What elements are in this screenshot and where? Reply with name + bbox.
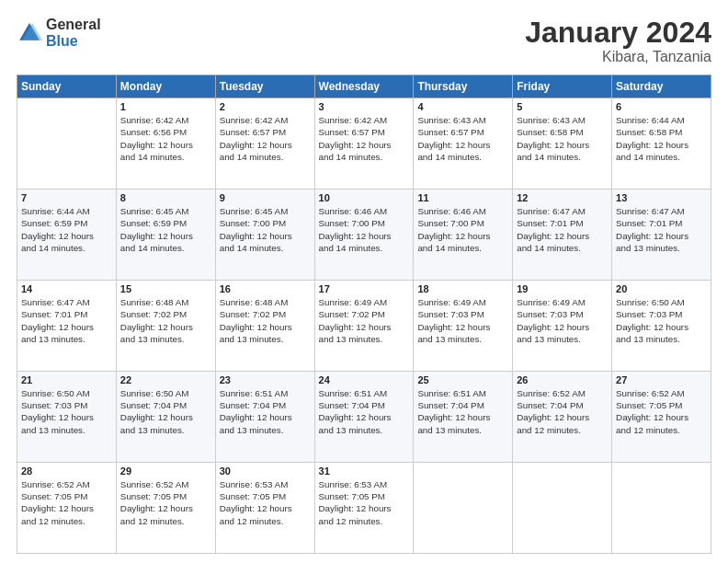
calendar-cell: 29Sunrise: 6:52 AM Sunset: 7:05 PM Dayli… — [116, 463, 215, 554]
calendar-cell: 30Sunrise: 6:53 AM Sunset: 7:05 PM Dayli… — [215, 463, 314, 554]
day-number: 23 — [220, 374, 311, 385]
calendar-cell: 11Sunrise: 6:46 AM Sunset: 7:00 PM Dayli… — [414, 190, 513, 281]
day-info: Sunrise: 6:52 AM Sunset: 7:05 PM Dayligh… — [616, 387, 707, 436]
day-number: 9 — [220, 192, 311, 203]
day-number: 13 — [616, 192, 707, 203]
header: General Blue January 2024 Kibara, Tanzan… — [17, 17, 711, 65]
day-number: 19 — [517, 283, 608, 294]
day-number: 11 — [417, 192, 508, 203]
day-number: 3 — [319, 101, 410, 112]
calendar-cell — [17, 98, 117, 190]
calendar-cell: 22Sunrise: 6:50 AM Sunset: 7:04 PM Dayli… — [116, 372, 215, 463]
calendar-cell: 14Sunrise: 6:47 AM Sunset: 7:01 PM Dayli… — [17, 281, 117, 372]
calendar-cell: 7Sunrise: 6:44 AM Sunset: 6:59 PM Daylig… — [17, 190, 117, 281]
calendar-header-sunday: Sunday — [17, 75, 117, 98]
calendar-cell: 27Sunrise: 6:52 AM Sunset: 7:05 PM Dayli… — [612, 372, 711, 463]
day-info: Sunrise: 6:44 AM Sunset: 6:59 PM Dayligh… — [21, 205, 112, 254]
day-number: 25 — [417, 374, 508, 385]
day-number: 21 — [21, 374, 112, 385]
day-info: Sunrise: 6:49 AM Sunset: 7:02 PM Dayligh… — [319, 296, 410, 345]
day-number: 22 — [120, 374, 211, 385]
day-info: Sunrise: 6:45 AM Sunset: 7:00 PM Dayligh… — [220, 205, 311, 254]
calendar-table: SundayMondayTuesdayWednesdayThursdayFrid… — [17, 75, 711, 554]
day-info: Sunrise: 6:42 AM Sunset: 6:57 PM Dayligh… — [319, 114, 410, 163]
calendar-cell: 5Sunrise: 6:43 AM Sunset: 6:58 PM Daylig… — [513, 98, 612, 190]
day-info: Sunrise: 6:46 AM Sunset: 7:00 PM Dayligh… — [417, 205, 508, 254]
day-number: 8 — [120, 192, 211, 203]
title-block: January 2024 Kibara, Tanzania — [525, 17, 711, 65]
logo-blue-text: Blue — [46, 33, 101, 50]
calendar-week-row: 1Sunrise: 6:42 AM Sunset: 6:56 PM Daylig… — [17, 98, 711, 190]
calendar-cell: 2Sunrise: 6:42 AM Sunset: 6:57 PM Daylig… — [215, 98, 314, 190]
calendar-cell — [414, 463, 513, 554]
calendar-header-saturday: Saturday — [612, 75, 711, 98]
day-number: 15 — [120, 283, 211, 294]
page: General Blue January 2024 Kibara, Tanzan… — [0, 0, 728, 563]
calendar-cell: 19Sunrise: 6:49 AM Sunset: 7:03 PM Dayli… — [513, 281, 612, 372]
day-number: 18 — [417, 283, 508, 294]
calendar-header-row: SundayMondayTuesdayWednesdayThursdayFrid… — [17, 75, 711, 98]
calendar-cell: 24Sunrise: 6:51 AM Sunset: 7:04 PM Dayli… — [314, 372, 414, 463]
day-number: 12 — [517, 192, 608, 203]
day-number: 20 — [616, 283, 707, 294]
day-number: 24 — [319, 374, 410, 385]
calendar-cell: 26Sunrise: 6:52 AM Sunset: 7:04 PM Dayli… — [513, 372, 612, 463]
calendar-cell: 16Sunrise: 6:48 AM Sunset: 7:02 PM Dayli… — [215, 281, 314, 372]
day-info: Sunrise: 6:43 AM Sunset: 6:57 PM Dayligh… — [417, 114, 508, 163]
day-info: Sunrise: 6:51 AM Sunset: 7:04 PM Dayligh… — [220, 387, 311, 436]
day-info: Sunrise: 6:50 AM Sunset: 7:04 PM Dayligh… — [120, 387, 211, 436]
calendar-cell: 1Sunrise: 6:42 AM Sunset: 6:56 PM Daylig… — [116, 98, 215, 190]
title-location: Kibara, Tanzania — [525, 49, 711, 65]
calendar-cell: 3Sunrise: 6:42 AM Sunset: 6:57 PM Daylig… — [314, 98, 414, 190]
calendar-cell: 10Sunrise: 6:46 AM Sunset: 7:00 PM Dayli… — [314, 190, 414, 281]
logo-text: General Blue — [46, 17, 101, 49]
calendar-cell: 8Sunrise: 6:45 AM Sunset: 6:59 PM Daylig… — [116, 190, 215, 281]
day-number: 29 — [120, 465, 211, 477]
logo: General Blue — [17, 17, 101, 49]
day-number: 4 — [417, 101, 508, 112]
day-info: Sunrise: 6:52 AM Sunset: 7:05 PM Dayligh… — [21, 478, 112, 527]
day-number: 2 — [220, 101, 311, 112]
calendar-cell: 21Sunrise: 6:50 AM Sunset: 7:03 PM Dayli… — [17, 372, 117, 463]
title-month: January 2024 — [525, 17, 711, 49]
calendar-cell: 15Sunrise: 6:48 AM Sunset: 7:02 PM Dayli… — [116, 281, 215, 372]
day-info: Sunrise: 6:53 AM Sunset: 7:05 PM Dayligh… — [220, 478, 311, 527]
day-info: Sunrise: 6:46 AM Sunset: 7:00 PM Dayligh… — [319, 205, 410, 254]
calendar-cell: 13Sunrise: 6:47 AM Sunset: 7:01 PM Dayli… — [612, 190, 711, 281]
day-info: Sunrise: 6:51 AM Sunset: 7:04 PM Dayligh… — [319, 387, 410, 436]
day-number: 16 — [220, 283, 311, 294]
day-number: 31 — [319, 465, 410, 477]
calendar-cell — [513, 463, 612, 554]
day-number: 7 — [21, 192, 112, 203]
day-number: 26 — [517, 374, 608, 385]
calendar-cell: 23Sunrise: 6:51 AM Sunset: 7:04 PM Dayli… — [215, 372, 314, 463]
day-info: Sunrise: 6:45 AM Sunset: 6:59 PM Dayligh… — [120, 205, 211, 254]
day-info: Sunrise: 6:53 AM Sunset: 7:05 PM Dayligh… — [319, 478, 410, 527]
day-info: Sunrise: 6:42 AM Sunset: 6:57 PM Dayligh… — [220, 114, 311, 163]
day-number: 30 — [220, 465, 311, 477]
calendar-header-thursday: Thursday — [414, 75, 513, 98]
day-number: 10 — [319, 192, 410, 203]
day-info: Sunrise: 6:50 AM Sunset: 7:03 PM Dayligh… — [616, 296, 707, 345]
day-info: Sunrise: 6:47 AM Sunset: 7:01 PM Dayligh… — [616, 205, 707, 254]
calendar-cell — [612, 463, 711, 554]
logo-icon — [17, 20, 42, 46]
calendar-cell: 18Sunrise: 6:49 AM Sunset: 7:03 PM Dayli… — [414, 281, 513, 372]
day-info: Sunrise: 6:50 AM Sunset: 7:03 PM Dayligh… — [21, 387, 112, 436]
day-info: Sunrise: 6:49 AM Sunset: 7:03 PM Dayligh… — [417, 296, 508, 345]
calendar-header-tuesday: Tuesday — [215, 75, 314, 98]
calendar-cell: 6Sunrise: 6:44 AM Sunset: 6:58 PM Daylig… — [612, 98, 711, 190]
calendar-week-row: 7Sunrise: 6:44 AM Sunset: 6:59 PM Daylig… — [17, 190, 711, 281]
calendar-cell: 31Sunrise: 6:53 AM Sunset: 7:05 PM Dayli… — [314, 463, 414, 554]
day-number: 1 — [120, 101, 211, 112]
calendar-cell: 12Sunrise: 6:47 AM Sunset: 7:01 PM Dayli… — [513, 190, 612, 281]
day-number: 27 — [616, 374, 707, 385]
day-info: Sunrise: 6:49 AM Sunset: 7:03 PM Dayligh… — [517, 296, 608, 345]
calendar-cell: 17Sunrise: 6:49 AM Sunset: 7:02 PM Dayli… — [314, 281, 414, 372]
day-number: 28 — [21, 465, 112, 477]
logo-general-text: General — [46, 17, 101, 33]
calendar-cell: 25Sunrise: 6:51 AM Sunset: 7:04 PM Dayli… — [414, 372, 513, 463]
day-info: Sunrise: 6:52 AM Sunset: 7:04 PM Dayligh… — [517, 387, 608, 436]
day-number: 6 — [616, 101, 707, 112]
day-number: 5 — [517, 101, 608, 112]
